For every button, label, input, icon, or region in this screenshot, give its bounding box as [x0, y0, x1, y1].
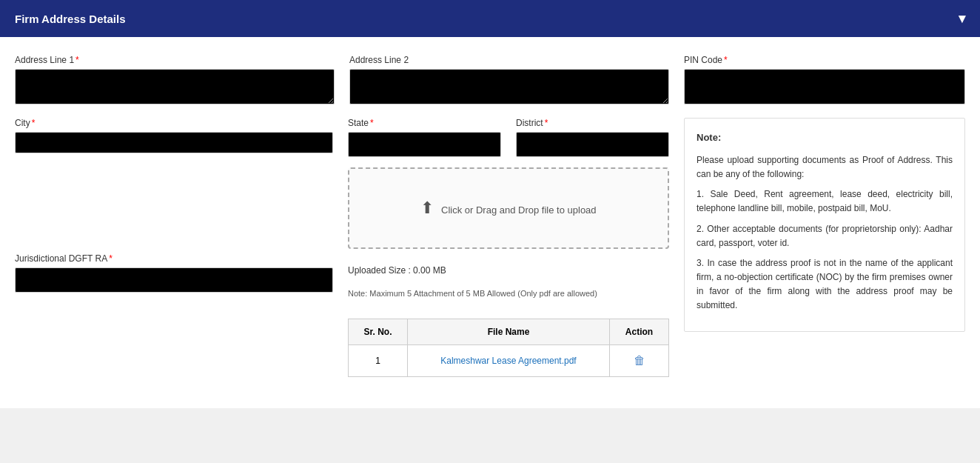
pincode-group: PIN Code* [684, 55, 965, 104]
jurisdictional-select[interactable] [15, 267, 333, 293]
file-table: Sr. No. File Name Action 1 Kalmeshwar Le… [348, 319, 669, 377]
state-group: State* [348, 118, 501, 157]
left-fields: City* Jurisdictional DGFT RA* [15, 118, 333, 377]
city-group: City* [15, 118, 333, 242]
note-lines: Please upload supporting documents as Pr… [697, 153, 953, 313]
upload-dropzone[interactable]: ⬆ Click or Drag and Drop file to upload [348, 167, 669, 249]
city-label: City* [15, 118, 333, 128]
address-line1-group: Address Line 1* [15, 55, 335, 104]
address-line1-label: Address Line 1* [15, 55, 335, 65]
cell-filename[interactable]: Kalmeshwar Lease Agreement.pdf [408, 345, 610, 377]
district-select[interactable] [516, 132, 669, 157]
district-label: District* [516, 118, 669, 128]
upload-size: Uploaded Size : 0.00 MB [348, 265, 669, 276]
row-city-state: City* Jurisdictional DGFT RA* [15, 118, 965, 377]
delete-button[interactable]: 🗑 [634, 354, 645, 367]
panel-body: Address Line 1* Address Line 2 PIN Code* [0, 37, 980, 408]
note-line: 3. In case the address proof is not in t… [697, 256, 953, 313]
address-line2-group: Address Line 2 [349, 55, 669, 104]
jurisdictional-group: Jurisdictional DGFT RA* [15, 253, 333, 377]
middle-fields: State* District* [348, 118, 669, 377]
note-section: Note: Please upload supporting documents… [684, 118, 965, 377]
state-district-row: State* District* [348, 118, 669, 157]
col-filename: File Name [408, 319, 610, 345]
note-line: 2. Other acceptable documents (for propr… [697, 222, 953, 250]
note-line: Please upload supporting documents as Pr… [697, 153, 953, 181]
firm-address-panel: Firm Address Details ▾ Address Line 1* A… [0, 0, 980, 408]
pincode-input[interactable] [684, 69, 965, 104]
panel-title: Firm Address Details [15, 13, 126, 25]
pincode-label: PIN Code* [684, 55, 965, 65]
jurisdictional-label: Jurisdictional DGFT RA* [15, 253, 333, 264]
table-row: 1 Kalmeshwar Lease Agreement.pdf 🗑 [349, 345, 669, 377]
address-line2-label: Address Line 2 [349, 55, 669, 65]
address-line1-input[interactable] [15, 69, 335, 104]
note-box: Note: Please upload supporting documents… [684, 118, 965, 332]
city-input[interactable] [15, 132, 333, 153]
cell-srno: 1 [349, 345, 408, 377]
col-action: Action [610, 319, 669, 345]
note-title: Note: [697, 130, 953, 146]
note-line: 1. Sale Deed, Rent agreement, lease deed… [697, 187, 953, 216]
cell-action: 🗑 [610, 345, 669, 377]
panel-header: Firm Address Details ▾ [0, 0, 980, 37]
col-srno: Sr. No. [349, 319, 408, 345]
district-group: District* [516, 118, 669, 157]
upload-prompt: Click or Drag and Drop file to upload [441, 204, 597, 216]
state-label: State* [348, 118, 501, 128]
address-line2-input[interactable] [349, 69, 669, 104]
upload-icon: ⬆ [420, 199, 434, 217]
upload-note: Note: Maximum 5 Attachment of 5 MB Allow… [348, 289, 669, 298]
state-select[interactable] [348, 132, 501, 157]
collapse-icon[interactable]: ▾ [959, 10, 965, 27]
row-address: Address Line 1* Address Line 2 PIN Code* [15, 55, 965, 104]
